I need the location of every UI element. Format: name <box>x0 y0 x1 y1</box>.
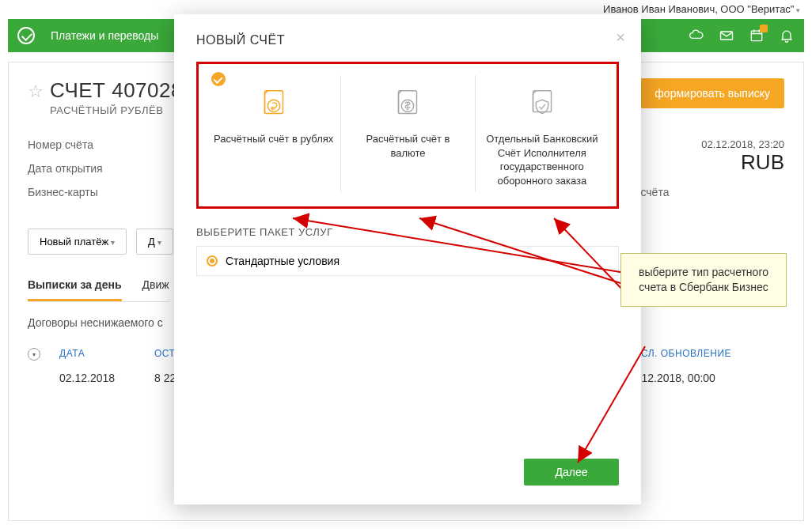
hint-callout: выберите тип расчетного счета в Сбербанк… <box>620 253 787 307</box>
cloud-icon[interactable] <box>689 28 704 43</box>
new-account-modal: НОВЫЙ СЧЁТ × Расчётный счёт в рублях Рас… <box>174 14 641 504</box>
star-icon[interactable]: ☆ <box>28 81 44 102</box>
balance-amount: RUB <box>741 150 784 175</box>
menu-payments[interactable]: Платежи и переводы <box>51 29 158 42</box>
label-open-date: Дата открытия <box>28 162 170 175</box>
next-button[interactable]: Далее <box>524 459 619 486</box>
label-business-cards: Бизнес-карты <box>28 186 170 198</box>
col-date[interactable]: ДАТА <box>59 348 154 361</box>
user-name-dropdown[interactable]: Иванов Иван Иванович, ООО "Веритас" <box>603 3 800 15</box>
page-subtitle: РАСЧЁТНЫЙ РУБЛЁВ <box>50 104 183 116</box>
type-gov-label: Отдельный Банковский Счёт Исполнителя го… <box>482 132 602 187</box>
sber-logo-icon <box>17 27 35 44</box>
create-statement-button[interactable]: формировать выписку <box>640 78 784 108</box>
balance-timestamp: 02.12.2018, 23:20 <box>701 138 784 150</box>
svg-rect-2 <box>264 91 283 114</box>
package-standard-label: Стандартные условия <box>226 255 340 267</box>
bell-icon[interactable] <box>779 28 795 43</box>
label-account-number: Номер счёта <box>28 138 170 151</box>
svg-rect-1 <box>751 31 761 40</box>
close-icon[interactable]: × <box>616 28 625 47</box>
svg-point-3 <box>268 100 279 111</box>
check-icon <box>211 72 226 86</box>
col-last-update[interactable]: ПОСЛ. ОБНОВЛЕНИЕ <box>626 348 784 361</box>
calendar-icon[interactable] <box>749 28 765 43</box>
new-payment-button[interactable]: Новый платёж <box>28 229 127 255</box>
package-standard-option[interactable]: Стандартные условия <box>196 246 619 276</box>
modal-title: НОВЫЙ СЧЁТ <box>196 33 619 47</box>
type-fx-account[interactable]: Расчётный счёт в валюте <box>340 75 474 192</box>
radio-selected-icon <box>207 255 218 266</box>
type-rub-label: Расчётный счёт в рублях <box>213 132 334 146</box>
notification-badge <box>760 25 768 32</box>
other-action-button[interactable]: Д <box>136 229 173 255</box>
type-rub-account[interactable]: Расчётный счёт в рублях <box>207 75 340 192</box>
page-title: СЧЕТ 407028 <box>50 78 183 103</box>
account-type-selector: Расчётный счёт в рублях Расчётный счёт в… <box>196 62 619 209</box>
chevron-down-icon[interactable]: ▾ <box>28 348 40 361</box>
cell-date: 02.12.2018 <box>59 372 154 384</box>
type-gov-account[interactable]: Отдельный Банковский Счёт Исполнителя го… <box>475 75 609 192</box>
tab-movements[interactable]: Движ <box>142 278 169 301</box>
mail-icon[interactable] <box>719 28 734 43</box>
ruble-doc-icon <box>254 85 294 124</box>
type-fx-label: Расчётный счёт в валюте <box>347 132 468 160</box>
shield-doc-icon <box>522 85 562 124</box>
svg-rect-0 <box>721 32 733 40</box>
dollar-doc-icon <box>388 85 427 124</box>
tab-statements[interactable]: Выписки за день <box>28 278 122 301</box>
package-title: ВЫБЕРИТЕ ПАКЕТ УСЛУГ <box>196 226 619 238</box>
cell-last-update: 02.12.2018, 00:00 <box>626 372 784 384</box>
